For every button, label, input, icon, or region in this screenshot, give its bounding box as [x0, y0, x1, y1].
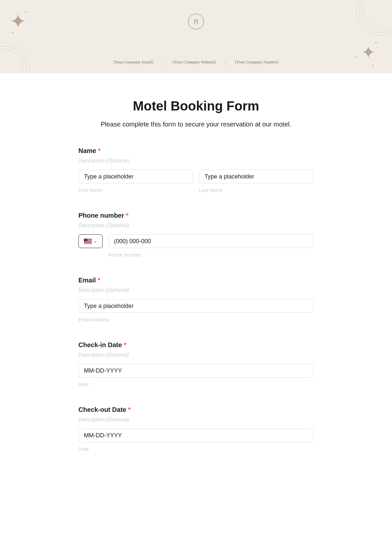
name-field: Name * Description (Optional) First Name… [78, 147, 314, 193]
phone-field: Phone number * Description (Optional) ⌄ … [78, 212, 314, 258]
field-description: Description (Optional) [78, 223, 314, 228]
sparkle-icon: ✦ [11, 31, 14, 35]
required-mark: * [98, 147, 101, 154]
required-mark: * [126, 212, 129, 219]
checkin-date-input[interactable] [78, 364, 314, 378]
company-number: [Your Company Number] [235, 59, 279, 65]
field-description: Description (Optional) [78, 158, 314, 164]
company-website: [Your Company Website] [172, 59, 216, 65]
page-subtitle: Please complete this form to secure your… [78, 121, 314, 128]
country-code-select[interactable]: ⌄ [78, 234, 103, 248]
decorative-arcs-left [0, 39, 33, 73]
email-label: Email * [78, 277, 314, 284]
checkin-label: Check-in Date * [78, 341, 314, 349]
separator: | [225, 59, 226, 65]
required-mark: * [128, 406, 131, 413]
chevron-down-icon: ⌄ [94, 239, 97, 244]
checkout-label: Check-out Date * [78, 406, 314, 413]
header-banner: ✦ ✦ ✦ ✦ ✦ ✦ ✦ [Your Company Email] | [Yo… [0, 0, 392, 73]
sparkle-icon: ✦ [375, 41, 377, 44]
form-container: Motel Booking Form Please complete this … [62, 73, 330, 465]
field-description: Description (Optional) [78, 287, 314, 293]
field-description: Description (Optional) [78, 417, 314, 423]
first-name-input[interactable] [78, 170, 193, 183]
decorative-arcs-right [353, 0, 392, 39]
checkin-sublabel: Date [78, 381, 314, 387]
email-field: Email * Description (Optional) Email Add… [78, 277, 314, 322]
sparkle-icon: ✦ [361, 42, 376, 62]
checkout-field: Check-out Date * Description (Optional) … [78, 406, 314, 452]
page-title: Motel Booking Form [78, 99, 314, 113]
sparkle-icon: ✦ [371, 64, 374, 67]
first-name-sublabel: First Name [78, 187, 193, 193]
required-mark: * [124, 341, 126, 348]
sparkle-icon: ✦ [10, 10, 26, 33]
phone-input[interactable] [108, 234, 314, 248]
company-email: [Your Company Email] [113, 59, 153, 65]
email-sublabel: Email Address [78, 317, 314, 322]
email-input[interactable] [78, 299, 314, 313]
checkin-field: Check-in Date * Description (Optional) D… [78, 341, 314, 387]
checkout-sublabel: Date [78, 446, 314, 452]
phone-sublabel: Phone Number [108, 252, 314, 258]
last-name-sublabel: Last Name [199, 187, 314, 193]
required-mark: * [98, 277, 100, 284]
checkout-date-input[interactable] [78, 429, 314, 442]
us-flag-icon [84, 239, 92, 244]
company-logo [188, 14, 204, 29]
sparkle-icon: ✦ [24, 10, 27, 13]
name-label: Name * [78, 147, 314, 155]
last-name-input[interactable] [199, 170, 314, 183]
separator: | [162, 59, 163, 65]
field-description: Description (Optional) [78, 352, 314, 358]
sparkle-icon: ✦ [355, 56, 358, 59]
company-info-row: [Your Company Email] | [Your Company Web… [0, 59, 392, 65]
phone-label: Phone number * [78, 212, 314, 219]
